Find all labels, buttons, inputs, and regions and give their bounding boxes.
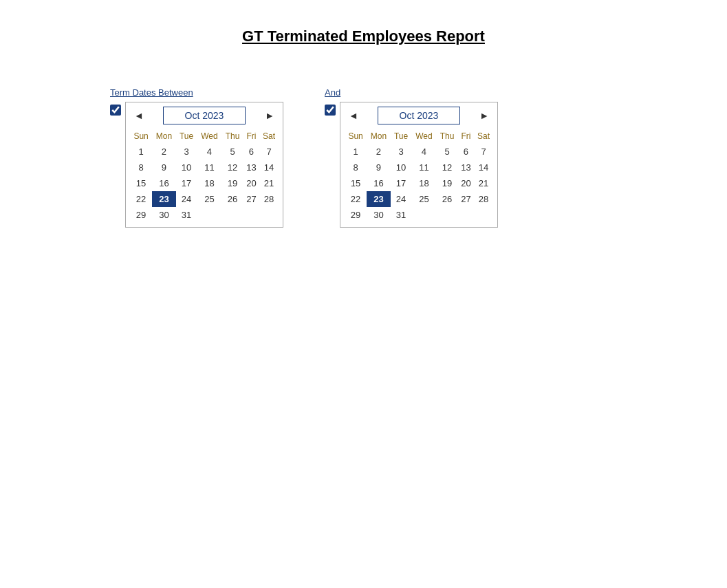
calendar-day [259, 207, 279, 223]
calendar-day[interactable]: 22 [130, 191, 152, 207]
left-checkbox[interactable] [110, 105, 121, 116]
calendar-day[interactable]: 19 [436, 175, 457, 191]
table-row: 1234567 [130, 144, 279, 160]
calendar-day[interactable]: 1 [345, 144, 367, 160]
table-row: 22232425262728 [345, 191, 493, 207]
calendar-day[interactable]: 10 [176, 160, 197, 175]
calendar-day[interactable]: 3 [391, 144, 412, 160]
right-tue-header: Tue [391, 129, 412, 144]
calendars-container: Term Dates Between ◄ Oct 2023 ► Sun Mon [0, 87, 727, 228]
right-month-display[interactable]: Oct 2023 [378, 107, 460, 124]
term-dates-label[interactable]: Term Dates Between [110, 87, 193, 98]
table-row: 15161718192021 [130, 175, 279, 191]
calendar-day[interactable]: 19 [221, 175, 243, 191]
calendar-day[interactable]: 25 [411, 191, 436, 207]
right-sun-header: Sun [345, 129, 367, 144]
right-sat-header: Sat [474, 129, 493, 144]
calendar-day[interactable]: 12 [436, 160, 457, 175]
calendar-day[interactable]: 13 [243, 160, 259, 175]
left-tue-header: Tue [176, 129, 197, 144]
calendar-day[interactable]: 29 [130, 207, 152, 223]
right-label-row: And [325, 87, 340, 98]
left-thu-header: Thu [221, 129, 243, 144]
right-next-button[interactable]: ► [475, 109, 493, 122]
calendar-day[interactable]: 15 [130, 175, 152, 191]
calendar-day[interactable]: 28 [474, 191, 493, 207]
table-row: 1234567 [345, 144, 493, 160]
calendar-day[interactable]: 22 [345, 191, 367, 207]
calendar-day[interactable]: 21 [259, 175, 279, 191]
left-month-display[interactable]: Oct 2023 [163, 107, 246, 124]
calendar-day[interactable]: 28 [259, 191, 279, 207]
calendar-day[interactable]: 9 [152, 160, 176, 175]
left-next-button[interactable]: ► [261, 109, 279, 122]
right-calendar-grid: Sun Mon Tue Wed Thu Fri Sat 123456789101… [345, 129, 493, 223]
calendar-day[interactable]: 14 [474, 160, 493, 175]
right-check-and-cal: ◄ Oct 2023 ► Sun Mon Tue Wed Thu [325, 102, 498, 228]
calendar-day[interactable]: 26 [436, 191, 457, 207]
calendar-day[interactable]: 6 [458, 144, 474, 160]
left-mon-header: Mon [152, 129, 176, 144]
table-row: 15161718192021 [345, 175, 493, 191]
calendar-day[interactable]: 7 [259, 144, 279, 160]
calendar-day[interactable]: 30 [152, 207, 176, 223]
calendar-day[interactable]: 23 [152, 191, 176, 207]
calendar-day[interactable]: 27 [243, 191, 259, 207]
calendar-day[interactable]: 4 [411, 144, 436, 160]
left-calendar-widget: ◄ Oct 2023 ► Sun Mon Tue Wed Thu [125, 102, 283, 228]
table-row: 293031 [345, 207, 493, 223]
table-row: 891011121314 [345, 160, 493, 175]
calendar-day[interactable]: 12 [221, 160, 243, 175]
calendar-day[interactable]: 13 [458, 160, 474, 175]
calendar-day[interactable]: 23 [367, 191, 391, 207]
calendar-day[interactable]: 14 [259, 160, 279, 175]
calendar-day[interactable]: 10 [391, 160, 412, 175]
calendar-day [474, 207, 493, 223]
calendar-day[interactable]: 20 [458, 175, 474, 191]
calendar-day[interactable]: 31 [176, 207, 197, 223]
calendar-day[interactable]: 5 [436, 144, 457, 160]
calendar-day[interactable]: 8 [130, 160, 152, 175]
calendar-day[interactable]: 17 [391, 175, 412, 191]
calendar-day[interactable]: 18 [197, 175, 221, 191]
calendar-day[interactable]: 21 [474, 175, 493, 191]
calendar-day[interactable]: 17 [176, 175, 197, 191]
left-cal-nav: ◄ Oct 2023 ► [130, 107, 279, 124]
calendar-day[interactable]: 29 [345, 207, 367, 223]
calendar-day[interactable]: 6 [243, 144, 259, 160]
calendar-day[interactable]: 4 [197, 144, 221, 160]
right-prev-button[interactable]: ◄ [345, 109, 362, 122]
calendar-day[interactable]: 18 [411, 175, 436, 191]
calendar-day[interactable]: 16 [152, 175, 176, 191]
calendar-day[interactable]: 24 [391, 191, 412, 207]
calendar-day[interactable]: 16 [367, 175, 391, 191]
calendar-day[interactable]: 2 [367, 144, 391, 160]
calendar-day[interactable]: 26 [221, 191, 243, 207]
left-check-and-cal: ◄ Oct 2023 ► Sun Mon Tue Wed Thu [110, 102, 283, 228]
calendar-day[interactable]: 11 [197, 160, 221, 175]
calendar-day[interactable]: 7 [474, 144, 493, 160]
table-row: 293031 [130, 207, 279, 223]
calendar-day[interactable]: 20 [243, 175, 259, 191]
calendar-day[interactable]: 24 [176, 191, 197, 207]
calendar-day[interactable]: 31 [391, 207, 412, 223]
calendar-day[interactable]: 8 [345, 160, 367, 175]
calendar-day[interactable]: 5 [221, 144, 243, 160]
calendar-day[interactable]: 3 [176, 144, 197, 160]
right-mon-header: Mon [367, 129, 391, 144]
calendar-day[interactable]: 11 [411, 160, 436, 175]
calendar-day [221, 207, 243, 223]
calendar-day [197, 207, 221, 223]
left-prev-button[interactable]: ◄ [130, 109, 148, 122]
right-checkbox[interactable] [325, 105, 336, 116]
calendar-day[interactable]: 9 [367, 160, 391, 175]
left-day-headers: Sun Mon Tue Wed Thu Fri Sat [130, 129, 279, 144]
calendar-day[interactable]: 15 [345, 175, 367, 191]
calendar-day[interactable]: 30 [367, 207, 391, 223]
calendar-day[interactable]: 2 [152, 144, 176, 160]
left-calendar-grid: Sun Mon Tue Wed Thu Fri Sat 123456789101… [130, 129, 279, 223]
calendar-day[interactable]: 25 [197, 191, 221, 207]
calendar-day[interactable]: 1 [130, 144, 152, 160]
left-calendar-section: Term Dates Between ◄ Oct 2023 ► Sun Mon [110, 87, 283, 228]
calendar-day[interactable]: 27 [458, 191, 474, 207]
